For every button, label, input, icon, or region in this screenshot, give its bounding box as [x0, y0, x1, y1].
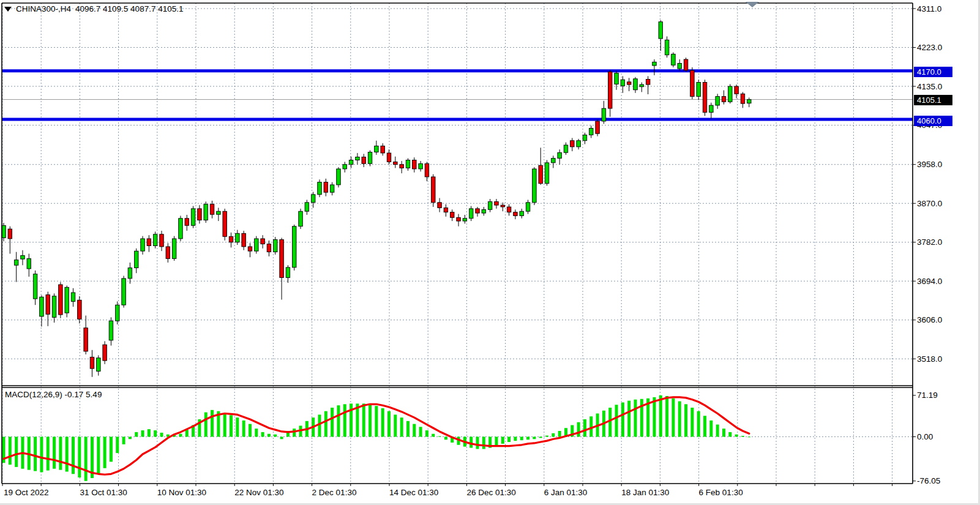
macd-histogram-bar [204, 413, 208, 437]
candle [141, 239, 145, 251]
candle [337, 169, 341, 185]
candle [697, 83, 701, 97]
candle [684, 59, 688, 70]
macd-histogram-bar [255, 428, 258, 436]
macd-histogram-bar [394, 414, 397, 436]
macd-histogram-bar [507, 437, 511, 443]
macd-histogram-bar [337, 405, 340, 436]
macd-histogram-bar [242, 421, 245, 437]
macd-histogram-bar [249, 424, 252, 437]
candle [286, 267, 290, 278]
candle [488, 201, 492, 209]
candle [444, 208, 448, 212]
macd-histogram-bar [526, 437, 529, 440]
macd-histogram-bar [552, 433, 555, 437]
macd-histogram-bar [129, 437, 132, 440]
candle [387, 153, 391, 162]
macd-histogram-bar [444, 437, 447, 440]
macd-histogram-bar [665, 396, 668, 437]
candle [160, 234, 164, 247]
candle [122, 279, 126, 305]
macd-histogram-bar [179, 434, 182, 437]
macd-histogram-bar [343, 404, 346, 436]
candle [558, 152, 562, 158]
chart-window: 4311.04223.04135.04047.03958.03870.03782… [0, 0, 980, 505]
macd-histogram-bar [495, 437, 498, 446]
candle [507, 207, 511, 212]
candle [747, 100, 752, 103]
candle [46, 295, 50, 315]
candle [71, 293, 75, 301]
macd-histogram-bar [324, 411, 327, 437]
macd-histogram-bar [520, 437, 523, 441]
candle [589, 129, 594, 135]
macd-histogram-bar [438, 436, 441, 437]
y-axis-label: 3870.0 [917, 199, 942, 208]
candle [33, 274, 37, 299]
macd-histogram-bar [703, 416, 706, 436]
macd-histogram-bar [653, 397, 656, 437]
candle [659, 22, 663, 39]
macd-histogram-bar [53, 437, 56, 469]
macd-axis-label: -76.05 [917, 476, 940, 485]
chart-shift-marker-icon[interactable] [746, 2, 759, 7]
x-axis-label: 10 Nov 01:30 [157, 488, 206, 497]
candle [274, 239, 278, 252]
x-axis-label: 14 Dec 01:30 [389, 488, 438, 497]
macd-histogram-bar [621, 402, 624, 436]
x-axis-label: 19 Oct 2022 [4, 488, 49, 497]
macd-histogram-bar [84, 437, 88, 481]
ohlc-values-label: 4096.7 4109.5 4087.7 4105.1 [75, 4, 183, 13]
macd-histogram-bar [735, 435, 738, 437]
candle [21, 255, 25, 259]
candle [419, 163, 423, 169]
x-axis-label: 6 Jan 01:30 [544, 488, 588, 497]
candle [709, 105, 714, 113]
candle [242, 233, 246, 247]
price-chart-canvas[interactable]: 4311.04223.04135.04047.03958.03870.03782… [0, 0, 980, 505]
candle [539, 165, 543, 184]
y-axis-label: 3958.0 [917, 160, 942, 169]
candle [217, 211, 221, 214]
candle [292, 226, 296, 267]
candle [602, 108, 606, 121]
x-axis-label: 26 Dec 01:30 [466, 488, 515, 497]
macd-histogram-bar [747, 437, 750, 438]
candle [627, 82, 631, 84]
macd-histogram-bar [72, 437, 75, 474]
x-axis-label: 18 Jan 01:30 [621, 488, 669, 497]
macd-histogram-bar [533, 437, 536, 440]
symbol-dropdown-icon[interactable] [4, 7, 12, 12]
candle [716, 97, 720, 105]
candle [103, 345, 107, 361]
macd-histogram-bar [482, 437, 485, 449]
candle [267, 244, 271, 252]
candle [570, 141, 575, 147]
macd-histogram-bar [678, 402, 681, 437]
macd-histogram-bar [9, 437, 12, 465]
candle [394, 162, 398, 164]
candle [229, 236, 233, 242]
macd-histogram-bar [368, 404, 372, 436]
macd-histogram-bar [406, 421, 410, 437]
candle [356, 157, 360, 160]
candle [179, 219, 183, 239]
candle [552, 159, 556, 163]
macd-histogram-bar [318, 414, 321, 436]
candle [533, 169, 537, 203]
macd-histogram-bar [539, 437, 542, 438]
candle [236, 233, 240, 242]
candle [368, 152, 372, 164]
candle [406, 160, 410, 168]
candle [191, 209, 195, 225]
candle [14, 260, 18, 266]
macd-histogram-bar [141, 430, 144, 436]
candle [735, 86, 739, 94]
candle [299, 211, 303, 226]
candle [248, 247, 252, 251]
macd-histogram-bar [274, 435, 277, 437]
macd-histogram-bar [716, 425, 719, 437]
macd-histogram-bar [261, 432, 264, 437]
candle [210, 204, 214, 215]
candle [172, 239, 176, 258]
